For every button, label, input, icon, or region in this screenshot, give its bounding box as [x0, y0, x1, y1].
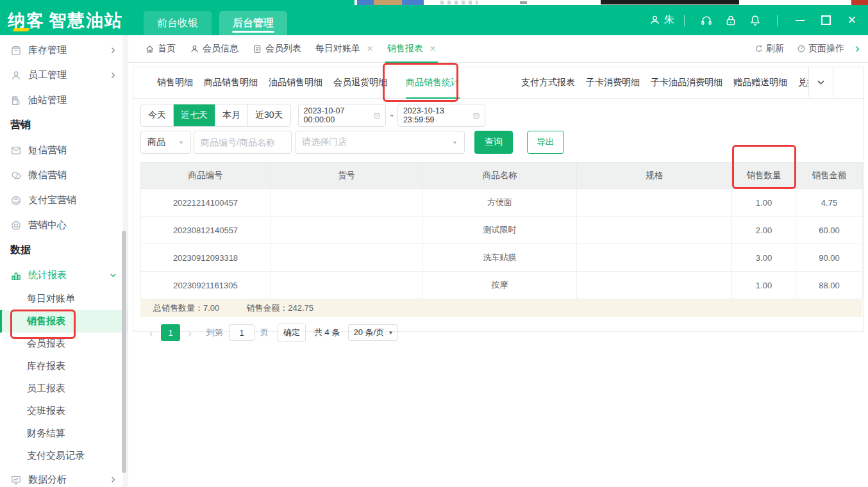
goto-confirm-button[interactable]: 确定: [278, 324, 306, 342]
report-subtab[interactable]: 商品销售明细: [204, 67, 258, 98]
bar-chart-icon: [10, 270, 22, 281]
sidebar-item[interactable]: 销售报表: [0, 310, 128, 333]
search-type-select[interactable]: 商品 ▼: [140, 131, 191, 154]
sidebar-item[interactable]: 员工管理: [0, 63, 128, 88]
sidebar-item[interactable]: 库存报表: [0, 355, 128, 377]
refresh-action[interactable]: 刷新: [755, 43, 784, 54]
date-from-input[interactable]: 2023-10-07 00:00:00: [298, 104, 386, 127]
app-logo-brand: 纳客: [8, 9, 45, 32]
goto-page-prefix: 到第: [206, 327, 223, 338]
prev-page-arrow[interactable]: ‹: [149, 328, 153, 338]
nav-front-cashier[interactable]: 前台收银: [144, 11, 212, 35]
sidebar-item[interactable]: 每日对账单: [0, 288, 128, 310]
quick-range-group: 今天近七天本月近30天: [140, 104, 291, 127]
expand-right-icon[interactable]: [853, 45, 862, 53]
sidebar-item[interactable]: 数据分析: [0, 467, 128, 487]
report-panel: 销售明细商品销售明细油品销售明细会员退货明细商品销售统计支付方式报表子卡消费明细…: [133, 67, 864, 332]
store-select[interactable]: 请选择门店 ▼: [295, 131, 465, 154]
sidebar-item-label: 数据分析: [28, 474, 67, 486]
caret-down-icon: ▼: [452, 140, 458, 145]
report-subtab[interactable]: 子卡油品消费明细: [651, 67, 722, 98]
page-tab[interactable]: 会员信息: [190, 35, 238, 62]
sidebar-item[interactable]: 油站管理: [0, 88, 128, 113]
page-tab[interactable]: 首页: [145, 35, 176, 62]
quick-range-button[interactable]: 今天: [141, 104, 173, 126]
sidebar-item[interactable]: 库存管理: [0, 38, 128, 63]
user-menu[interactable]: 朱: [649, 13, 674, 27]
table-cell: [271, 272, 423, 299]
report-subtab[interactable]: 油品销售明细: [269, 67, 322, 98]
notification-bell-icon[interactable]: [749, 14, 762, 27]
sidebar-item-label: 员工报表: [27, 383, 65, 395]
summary-total-amount: 销售金额：242.75: [246, 302, 313, 314]
sidebar-item-label: 支付宝营销: [28, 194, 76, 206]
wechat-icon: [10, 170, 22, 181]
quick-range-button[interactable]: 近30天: [247, 104, 290, 126]
sidebar-item[interactable]: 微信营销: [0, 163, 128, 188]
table-row[interactable]: 20230912093318洗车贴膜3.0090.00: [141, 244, 863, 272]
sidebar-item-label: 每日对账单: [27, 293, 75, 305]
table-row[interactable]: 20221214100457方便面1.004.75: [141, 189, 863, 217]
next-page-arrow[interactable]: ›: [188, 328, 192, 338]
background-red-fragment: [851, 0, 868, 5]
table-cell: [577, 189, 732, 217]
range-separator: -: [390, 110, 394, 121]
more-subtabs-button[interactable]: [808, 67, 833, 97]
sidebar-item[interactable]: 营销中心: [0, 213, 128, 238]
query-button[interactable]: 查询: [474, 131, 513, 154]
sidebar-item[interactable]: 统计报表: [0, 263, 128, 288]
sidebar-item[interactable]: 支付宝营销: [0, 188, 128, 213]
goto-page-input[interactable]: [229, 324, 255, 341]
sidebar-section-header: 数据: [0, 238, 128, 263]
report-subtab[interactable]: 支付方式报表: [521, 67, 575, 98]
sidebar-section-header: 营销: [0, 113, 128, 138]
sidebar-item-label: 财务结算: [27, 427, 65, 440]
table-cell: 1.00: [732, 189, 796, 217]
minimize-button[interactable]: [796, 20, 805, 21]
page-number-button[interactable]: 1: [161, 324, 180, 341]
table-cell: [577, 244, 732, 272]
quick-range-button[interactable]: 近七天: [173, 104, 215, 126]
page-tab[interactable]: 会员列表: [253, 35, 301, 62]
quick-range-button[interactable]: 本月: [215, 104, 247, 126]
chevron-right-icon: [109, 71, 117, 79]
report-subtab[interactable]: 商品销售统计: [406, 67, 460, 98]
report-subtab[interactable]: 赠品赠送明细: [733, 67, 787, 98]
sidebar-item[interactable]: 员工报表: [0, 377, 128, 400]
table-row[interactable]: 20230812140557测试限时2.0060.00: [141, 217, 863, 244]
sidebar-scrollbar[interactable]: [122, 35, 127, 487]
close-tab-icon[interactable]: ✕: [430, 44, 436, 53]
header-actions: 朱 ✕: [649, 5, 860, 35]
date-to-input[interactable]: 2023-10-13 23:59:59: [397, 104, 485, 127]
window-controls: ✕: [787, 15, 860, 26]
report-subtab[interactable]: 销售明细: [157, 67, 193, 98]
maximize-button[interactable]: [821, 15, 831, 25]
page-actions-menu[interactable]: 页面操作: [797, 43, 844, 54]
sidebar-item[interactable]: 会员报表: [0, 333, 128, 355]
close-button[interactable]: ✕: [847, 15, 856, 26]
support-headset-icon[interactable]: [700, 14, 713, 27]
sidebar-item[interactable]: 支付交易记录: [0, 445, 128, 467]
keyword-input[interactable]: [194, 131, 292, 154]
sidebar-item-label: 油站管理: [28, 94, 67, 106]
sidebar-item[interactable]: 短信营销: [0, 138, 128, 163]
sidebar-item[interactable]: 交班报表: [0, 400, 128, 422]
page-tab[interactable]: 销售报表✕: [387, 35, 436, 62]
page-size-select[interactable]: 20 条/页 ▼: [348, 324, 398, 341]
table-cell: 20230912093318: [141, 244, 271, 272]
data-analysis-icon: [10, 474, 22, 486]
sidebar-item[interactable]: 财务结算: [0, 422, 128, 445]
table-row[interactable]: 20230921161305按摩1.0088.00: [141, 272, 863, 299]
page-tab[interactable]: 每日对账单✕: [315, 35, 373, 62]
nav-back-office[interactable]: 后台管理: [219, 11, 287, 35]
close-tab-icon[interactable]: ✕: [367, 44, 373, 53]
report-subtab[interactable]: 会员退货明细: [333, 67, 387, 98]
export-button[interactable]: 导出: [527, 131, 564, 154]
background-text-fragment: [440, 1, 478, 4]
sidebar: 库存管理员工管理油站管理营销短信营销微信营销支付宝营销营销中心数据统计报表每日对…: [0, 35, 128, 487]
report-subtab[interactable]: 子卡消费明细: [586, 67, 640, 98]
scrollbar-thumb[interactable]: [122, 231, 126, 473]
person-icon: [649, 14, 661, 26]
lock-icon[interactable]: [724, 14, 737, 27]
column-header: 商品名称: [423, 163, 577, 189]
